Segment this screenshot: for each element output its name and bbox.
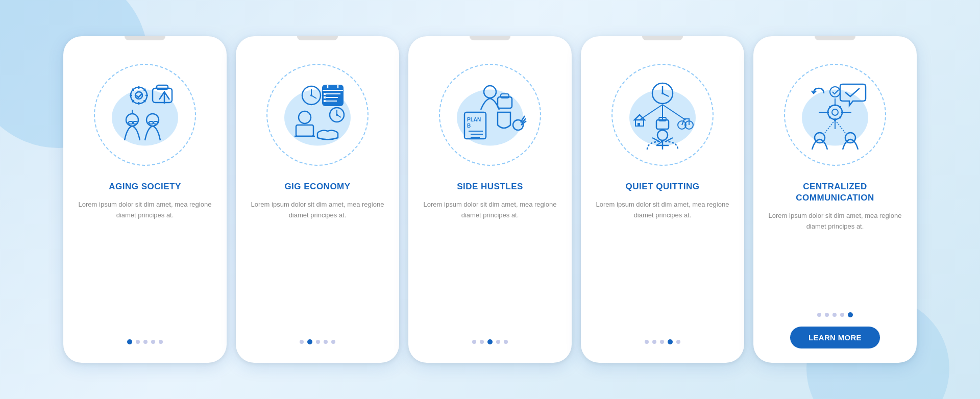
dots-gig-economy [300,339,335,344]
card-description-side-hustles: Lorem ipsum dolor sit dim amet, mea regi… [423,199,557,330]
card-side-hustles: PLAN B SIDE HUSTLES Lorem ipsum dolor si… [408,36,572,363]
dots-quiet-quitting [645,339,680,344]
svg-line-97 [835,120,846,134]
illustration-quiet-quitting [606,59,719,171]
svg-text:PLAN: PLAN [467,117,481,122]
svg-point-40 [299,111,311,123]
svg-point-73 [657,130,668,140]
svg-line-62 [663,93,669,96]
card-title-side-hustles: SIDE HUSTLES [457,181,523,192]
dot-4 [668,339,673,344]
svg-rect-21 [149,121,153,124]
dot-1 [300,340,304,344]
svg-rect-1 [157,85,168,89]
dots-aging-society [127,339,163,344]
svg-rect-68 [638,123,640,126]
svg-rect-16 [133,121,137,124]
card-gig-economy: GIG ECONOMY Lorem ipsum dolor sit dim am… [236,36,399,363]
svg-point-93 [830,87,840,97]
dot-4 [151,340,155,344]
dot-4 [840,313,844,317]
cards-container: AGING SOCIETY Lorem ipsum dolor sit dim … [63,36,917,363]
svg-rect-22 [154,121,158,124]
dot-5 [159,340,163,344]
dot-3 [832,313,837,317]
dot-2 [136,340,140,344]
svg-text:B: B [467,123,471,129]
svg-line-39 [311,95,316,98]
svg-rect-15 [129,121,133,124]
card-description-gig-economy: Lorem ipsum dolor sit dim amet, mea regi… [250,199,385,330]
svg-rect-33 [324,93,326,95]
card-centralized-communication: CENTRALIZED COMMUNICATION Lorem ipsum do… [753,36,917,363]
dot-2 [480,340,484,344]
dot-2 [307,339,312,344]
svg-point-80 [832,109,838,115]
card-title-aging-society: AGING SOCIETY [109,181,181,192]
dot-3 [660,340,664,344]
dot-4 [324,340,328,344]
dot-4 [496,340,500,344]
dot-5 [848,312,853,317]
card-title-quiet-quitting: QUIET QUITTING [626,181,700,192]
illustration-gig-economy [261,59,374,171]
card-description-centralized-communication: Lorem ipsum dolor sit dim amet, mea regi… [768,211,902,303]
dot-3 [316,340,320,344]
learn-more-button[interactable]: LEARN MORE [790,327,880,348]
quiet-quitting-icon [622,74,703,156]
illustration-side-hustles: PLAN B [434,59,546,171]
card-aging-society: AGING SOCIETY Lorem ipsum dolor sit dim … [63,36,227,363]
svg-point-46 [484,86,496,98]
dot-5 [504,340,508,344]
dot-1 [817,313,821,317]
svg-rect-34 [324,96,326,98]
dot-3 [143,340,148,344]
dot-2 [652,340,656,344]
svg-line-45 [337,115,341,117]
svg-rect-26 [323,85,343,106]
svg-rect-47 [498,97,512,108]
card-description-aging-society: Lorem ipsum dolor sit dim amet, mea regi… [78,199,212,330]
svg-line-96 [824,120,835,134]
dot-5 [331,340,335,344]
card-title-gig-economy: GIG ECONOMY [284,181,350,192]
illustration-aging-society [89,59,201,171]
gig-economy-icon [277,74,358,156]
card-title-centralized-communication: CENTRALIZED COMMUNICATION [768,181,902,204]
dot-3 [487,339,493,344]
centralized-communication-icon [794,74,876,156]
dot-2 [825,313,829,317]
dot-1 [645,340,649,344]
dot-1 [472,340,476,344]
dot-1 [127,339,132,344]
dots-side-hustles [472,339,508,344]
dots-centralized-communication [817,312,853,317]
side-hustles-icon: PLAN B [449,74,531,156]
illustration-centralized-communication [779,59,891,171]
svg-rect-41 [296,125,313,136]
card-quiet-quitting: QUIET QUITTING Lorem ipsum dolor sit dim… [581,36,744,363]
svg-rect-35 [324,100,326,102]
card-description-quiet-quitting: Lorem ipsum dolor sit dim amet, mea regi… [595,199,730,330]
aging-society-icon [104,74,186,156]
dot-5 [676,340,680,344]
